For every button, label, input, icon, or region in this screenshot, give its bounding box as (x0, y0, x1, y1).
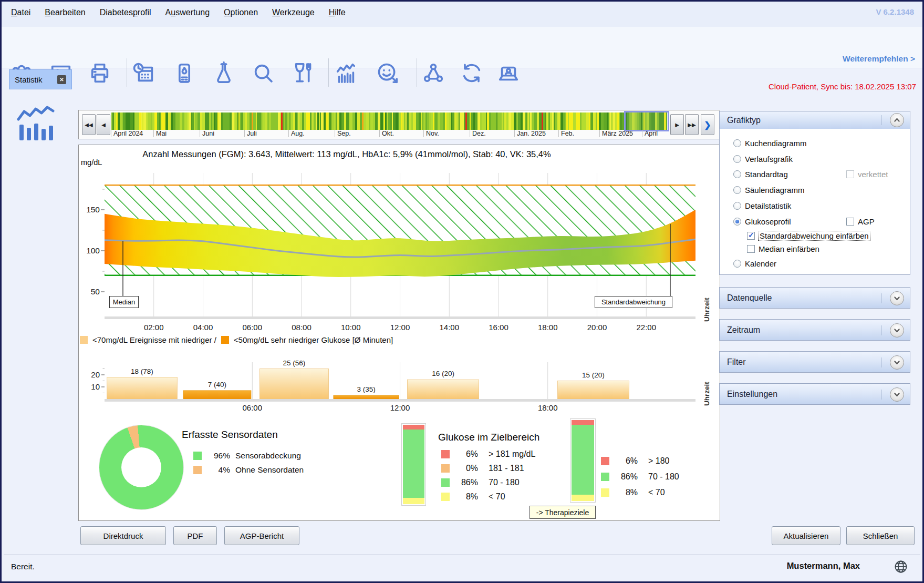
chevron-up-icon[interactable] (890, 113, 904, 127)
menu-item-bearbeiten[interactable]: Bearbeiten (45, 8, 85, 17)
panel-filter[interactable]: Filter (719, 351, 910, 373)
tab-statistik[interactable]: Statistik ✕ (9, 69, 72, 89)
radio-icon (733, 202, 741, 210)
chevron-down-icon[interactable] (890, 323, 904, 337)
time-in-range-title: Glukose im Zielbereich (438, 432, 539, 443)
version-label: V 6.2.1348 (876, 7, 914, 16)
legend-label: Ohne Sensordaten (235, 465, 304, 475)
therapieziele-link[interactable]: -> Therapieziele (530, 506, 596, 519)
timeline-strip[interactable] (111, 112, 667, 130)
radio-s-ulendiagramm[interactable]: Säulendiagramm (733, 184, 804, 196)
menu-item-optionen[interactable]: Optionen (224, 8, 258, 17)
chevron-down-icon[interactable] (890, 387, 904, 402)
clock-calendar-icon[interactable] (131, 59, 158, 87)
radio-verlaufsgrafik[interactable]: Verlaufsgrafik (733, 153, 793, 165)
legend-percent: 0% (453, 464, 478, 473)
radio-kalender[interactable]: Kalender (733, 258, 776, 269)
tir-segment (572, 420, 594, 425)
sync-status: Cloud-Patient, Sync bis: 18.02.2025 13:0… (769, 82, 916, 91)
search-icon[interactable] (250, 59, 277, 87)
close-icon[interactable]: ✕ (57, 75, 66, 84)
tir-legend-row: 86%70 - 180 (601, 469, 679, 485)
timeline-forward-button[interactable]: ❯ (701, 114, 714, 135)
svg-text:20:00: 20:00 (587, 323, 607, 332)
panel-datenquelle[interactable]: Datenquelle (719, 287, 910, 309)
glucose-meter-icon[interactable] (171, 59, 198, 87)
median-callout: Median (109, 296, 139, 308)
panel-grafiktyp-header[interactable]: Grafiktyp (720, 111, 910, 129)
svg-text:06:00: 06:00 (242, 403, 262, 412)
radio-icon (733, 155, 741, 163)
svg-text:50: 50 (91, 287, 100, 296)
checkbox-standardabweichung-einf-rben[interactable]: Standardabweichung einfärben (747, 230, 870, 241)
checkbox-label: AGP (858, 217, 875, 226)
legend-label: < 70 (489, 492, 505, 502)
svg-text:15 (20): 15 (20) (582, 371, 605, 379)
chevron-down-icon[interactable] (890, 291, 904, 305)
radio-kuchendiagramm[interactable]: Kuchendiagramm (733, 137, 807, 149)
sync-icon[interactable] (458, 59, 485, 87)
panel-einstellungen[interactable]: Einstellungen (719, 383, 910, 405)
checkbox-agp[interactable]: AGP (846, 216, 875, 227)
sensor-coverage-donut (99, 425, 183, 509)
menu-item-diabetesprofil[interactable]: Diabetesprofil (100, 8, 151, 17)
time-in-range-bar-2 (570, 418, 596, 503)
tir-segment (403, 429, 424, 498)
radio-detailstatistik[interactable]: Detailstatistik (733, 200, 791, 211)
radio-label: Standardtag (745, 170, 788, 179)
radio-label: Glukoseprofil (745, 217, 791, 226)
glass-fork-icon[interactable] (289, 59, 316, 87)
schliessen-button[interactable]: Schließen (846, 526, 915, 545)
tir-segment (572, 425, 594, 494)
timeline-next-button[interactable]: ▶ (670, 114, 684, 135)
radio-glukoseprofil[interactable]: Glukoseprofil (733, 216, 791, 227)
svg-text:12:00: 12:00 (390, 403, 410, 412)
chevron-down-icon[interactable] (890, 355, 904, 370)
globe-icon (894, 559, 908, 576)
time-in-range-legend-2: 6%> 18086%70 - 1808%< 70 (601, 453, 679, 500)
menu-item-auswertung[interactable]: Auswertung (165, 8, 210, 17)
legend-swatch (601, 457, 609, 465)
menu-item-werkzeuge[interactable]: Werkzeuge (272, 8, 315, 17)
direktdruck-button[interactable]: Direktdruck (80, 526, 166, 545)
aktualisieren-button[interactable]: Aktualisieren (772, 526, 840, 545)
legend-swatch (601, 488, 609, 497)
telemedicine-icon[interactable] (495, 59, 522, 87)
agp-bericht-button[interactable]: AGP-Bericht (224, 526, 299, 545)
printer-icon[interactable] (86, 59, 113, 87)
timeline-last-button[interactable]: ▶▶ (685, 114, 699, 135)
svg-text:Uhrzeit: Uhrzeit (703, 298, 711, 322)
radio-icon (733, 139, 741, 147)
recommend-link[interactable]: Weiterempfehlen > (843, 54, 915, 64)
panel-title: Zeitraum (727, 325, 760, 335)
flask-icon[interactable] (210, 59, 237, 87)
menu-item-datei[interactable]: Datei (11, 8, 30, 17)
statistics-icon[interactable] (332, 59, 359, 87)
checkbox-verkettet: verkettet (846, 168, 888, 180)
panel-header-separator (881, 115, 881, 125)
application-window: DateiBearbeitenDiabetesprofilAuswertungO… (0, 0, 924, 583)
panel-zeitraum[interactable]: Zeitraum (719, 319, 910, 341)
timeline-month-label: Okt. (379, 130, 394, 137)
timeline-month-label: Sep. (335, 130, 351, 137)
checkbox-median-einf-rben[interactable]: Median einfärben (747, 243, 819, 254)
share-nodes-icon[interactable] (420, 59, 447, 87)
toolbar: Weiterempfehlen > (2, 27, 922, 68)
svg-text:14:00: 14:00 (439, 323, 459, 332)
tir-segment (572, 495, 594, 501)
legend-swatch-low (80, 336, 88, 344)
svg-text:10:00: 10:00 (341, 323, 361, 332)
radio-label: Säulendiagramm (745, 186, 804, 195)
checkbox-icon (747, 232, 755, 240)
menu-item-hilfe[interactable]: Hilfe (329, 8, 346, 17)
radio-icon (733, 218, 741, 226)
timeline-selection[interactable] (624, 111, 669, 131)
smiley-export-icon[interactable] (374, 59, 401, 87)
statistics-rail-icon[interactable] (16, 105, 56, 145)
legend-swatch (441, 493, 450, 501)
radio-standardtag[interactable]: Standardtag (733, 168, 788, 180)
timeline: ◀◀ ◀ April 2024MaiJuniJuliAug.Sep.Okt.No… (78, 110, 720, 139)
svg-text:7 (40): 7 (40) (208, 381, 226, 388)
legend-percent: 96% (206, 451, 230, 461)
pdf-button[interactable]: PDF (173, 526, 217, 545)
